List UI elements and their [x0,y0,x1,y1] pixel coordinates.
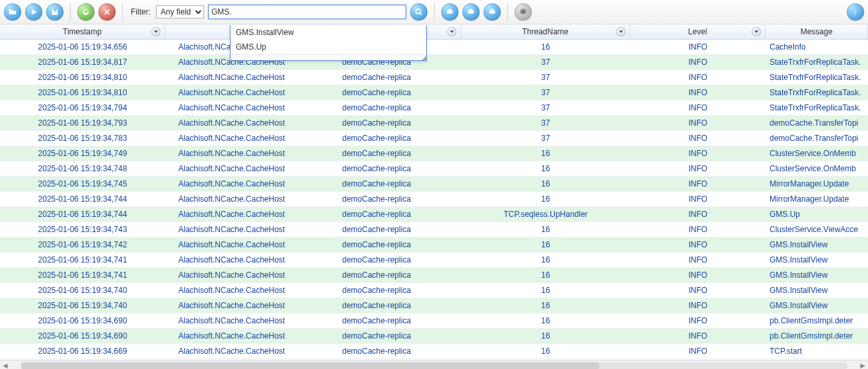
svg-rect-6 [490,9,493,11]
cell-thread: 16 [461,164,630,173]
table-row[interactable]: 2025-01-06 15:19:34,817Alachisoft.NCache… [0,55,868,70]
open-file-button[interactable] [4,3,21,20]
cell-process: Alachisoft.NCache.CacheHost [165,225,329,234]
cell-timestamp: 2025-01-06 15:19:34,817 [0,58,165,67]
cell-level: INFO [630,210,766,219]
cell-thread: 37 [461,134,630,143]
table-row[interactable]: 2025-01-06 15:19:34,741Alachisoft.NCache… [0,253,868,268]
cell-cache: demoCache-replica [329,194,461,204]
settings-button[interactable] [515,3,532,20]
cell-timestamp: 2025-01-06 15:19:34,783 [0,134,165,143]
scroll-right-icon[interactable]: ► [857,360,868,369]
export-button[interactable] [462,3,480,20]
table-row[interactable]: 2025-01-06 15:19:34,810Alachisoft.NCache… [0,85,868,101]
cell-process: Alachisoft.NCache.CacheHost [165,331,329,341]
search-button[interactable] [410,3,427,20]
separator [70,3,71,20]
col-message[interactable]: Message [766,24,868,39]
table-row[interactable]: 2025-01-06 15:19:34,748Alachisoft.NCache… [0,161,868,177]
cell-thread: 16 [461,240,630,249]
cell-thread: 16 [461,194,630,204]
scroll-track[interactable] [21,362,847,369]
table-row[interactable]: 2025-01-06 15:19:34,749Alachisoft.NCache… [0,146,868,161]
cell-cache: demoCache-replica [329,134,461,143]
cell-timestamp: 2025-01-06 15:19:34,743 [0,225,165,234]
cell-timestamp: 2025-01-06 15:19:34,793 [0,118,165,128]
cell-timestamp: 2025-01-06 15:19:34,741 [0,270,165,280]
cell-cache: demoCache-replica [329,225,461,234]
refresh-button[interactable] [77,3,94,20]
table-row[interactable]: 2025-01-06 15:19:34,810Alachisoft.NCache… [0,70,868,85]
autocomplete-item[interactable]: GMS.InstallView [231,25,426,40]
cell-message: ClusterService.OnMemb [766,164,868,173]
cell-level: INFO [630,179,766,188]
cell-timestamp: 2025-01-06 15:19:34,669 [0,347,165,356]
cell-process: Alachisoft.NCache.CacheHost [165,316,329,325]
cell-timestamp: 2025-01-06 15:19:34,749 [0,149,165,158]
table-row[interactable]: 2025-01-06 15:19:34,740Alachisoft.NCache… [0,283,868,298]
table-row[interactable]: 2025-01-06 15:19:34,690Alachisoft.NCache… [0,329,868,344]
table-row[interactable]: 2025-01-06 15:19:34,741Alachisoft.NCache… [0,268,868,283]
filter-input[interactable] [208,5,406,19]
clear-button[interactable] [98,3,116,20]
cell-message: GMS.Up [766,210,868,219]
cell-cache: demoCache-replica [329,286,461,295]
cell-thread: 16 [461,316,630,325]
col-filter-icon[interactable] [752,27,761,36]
col-level[interactable]: Level [630,24,766,39]
table-row[interactable]: 2025-01-06 15:19:34,793Alachisoft.NCache… [0,116,868,131]
table-row[interactable]: 2025-01-06 15:19:34,783Alachisoft.NCache… [0,131,868,146]
cell-thread: 16 [461,149,630,158]
horizontal-scrollbar[interactable]: ◄ ► [0,360,868,369]
cell-timestamp: 2025-01-06 15:19:34,740 [0,286,165,295]
cell-level: INFO [630,42,766,52]
table-row[interactable]: 2025-01-06 15:19:34,690Alachisoft.NCache… [0,313,868,329]
table-row[interactable]: 2025-01-06 15:19:34,744Alachisoft.NCache… [0,207,868,222]
cell-level: INFO [630,255,766,265]
table-row[interactable]: 2025-01-06 15:19:34,743Alachisoft.NCache… [0,222,868,237]
cell-process: Alachisoft.NCache.CacheHost [165,286,329,295]
table-row[interactable]: 2025-01-06 15:19:34,656Alachisoft.NCach1… [0,40,868,55]
cell-level: INFO [630,316,766,325]
info-button[interactable]: i [847,3,864,20]
cell-thread: TCP.seqless.UpHandler [461,210,630,219]
cell-timestamp: 2025-01-06 15:19:34,745 [0,179,165,188]
svg-rect-4 [469,9,472,11]
table-body: 2025-01-06 15:19:34,656Alachisoft.NCach1… [0,40,868,360]
col-timestamp[interactable]: Timestamp [0,24,165,39]
col-filter-icon[interactable] [447,27,456,36]
col-label: Level [688,27,707,36]
cell-thread: 16 [461,301,630,310]
cell-cache: demoCache-replica [329,331,461,341]
cell-level: INFO [630,347,766,356]
print-button[interactable] [441,3,458,20]
scroll-thumb[interactable] [21,362,599,369]
cell-cache: demoCache-replica [329,179,461,188]
table-row[interactable]: 2025-01-06 15:19:34,740Alachisoft.NCache… [0,298,868,313]
col-thread[interactable]: ThreadName [461,24,630,39]
col-filter-icon[interactable] [616,27,626,36]
autocomplete-item[interactable]: GMS.Up [231,40,426,54]
autocomplete-resize-handle[interactable] [231,54,426,60]
table-row[interactable]: 2025-01-06 15:19:34,744Alachisoft.NCache… [0,192,868,207]
col-filter-icon[interactable] [151,27,161,36]
filter-field-select[interactable]: Any field [156,5,204,19]
scroll-left-icon[interactable]: ◄ [0,360,11,369]
play-button[interactable] [25,3,42,20]
save-button[interactable] [46,3,63,20]
table-row[interactable]: 2025-01-06 15:19:34,745Alachisoft.NCache… [0,177,868,192]
cell-thread: 37 [461,118,630,128]
separator [122,3,123,20]
table-row[interactable]: 2025-01-06 15:19:34,794Alachisoft.NCache… [0,101,868,116]
cell-message: TCP.start [766,347,868,356]
table-row[interactable]: 2025-01-06 15:19:34,742Alachisoft.NCache… [0,237,868,253]
cell-message: GMS.InstallView [766,286,868,295]
table-row[interactable]: 2025-01-06 15:19:34,669Alachisoft.NCache… [0,344,868,359]
cell-timestamp: 2025-01-06 15:19:34,690 [0,316,165,325]
copy-button[interactable] [484,3,501,20]
cell-process: Alachisoft.NCache.CacheHost [165,270,329,280]
cell-cache: demoCache-replica [329,164,461,173]
cell-timestamp: 2025-01-06 15:19:34,656 [0,42,165,52]
cell-process: Alachisoft.NCache.CacheHost [165,103,329,112]
cell-thread: 16 [461,270,630,280]
